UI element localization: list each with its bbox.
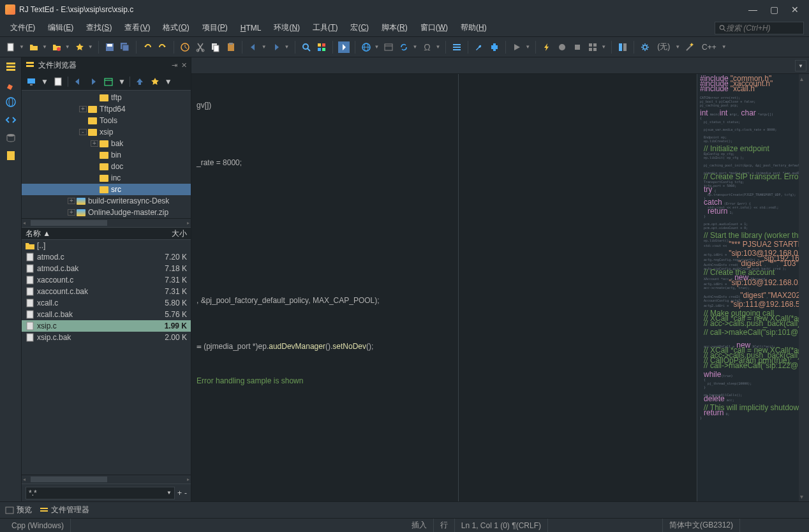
tree-row[interactable]: tftp (22, 92, 191, 103)
menu-help[interactable]: 帮助(H) (456, 20, 492, 36)
menu-html[interactable]: HTML (235, 21, 267, 35)
file-header-name[interactable]: 名称 ▲ (26, 228, 172, 239)
filelist-hscroll[interactable]: ◂▸ (22, 475, 191, 484)
sync-icon[interactable] (398, 41, 410, 53)
pt-calendar-icon[interactable] (103, 76, 114, 87)
expander-icon[interactable]: + (91, 140, 98, 147)
sidebar-db-icon[interactable] (4, 131, 17, 144)
globe-icon[interactable] (360, 41, 372, 53)
paste-button[interactable] (225, 41, 237, 53)
sidebar-globe-icon[interactable] (4, 96, 17, 108)
menu-view[interactable]: 查看(V) (119, 20, 155, 36)
file-row[interactable]: xcall.c.bak5.76 K (22, 309, 191, 320)
tree-row[interactable]: inc (22, 172, 191, 184)
plugin-icon[interactable] (489, 41, 500, 53)
window-icon[interactable] (383, 41, 394, 53)
open-file-button[interactable] (28, 41, 40, 53)
file-row[interactable]: xaccount.c.bak7.31 K (22, 286, 191, 297)
tab-file-manager[interactable]: 文件管理器 (40, 505, 89, 515)
file-row[interactable]: atmod.c.bak7.18 K (22, 263, 191, 274)
save-button[interactable] (104, 41, 115, 53)
status-position[interactable]: Ln 1, Col 1 (0) ¶(CRLF) (455, 519, 548, 532)
expander-icon[interactable]: + (68, 198, 75, 204)
status-encoding[interactable]: 简体中文(GB2312) (663, 519, 740, 532)
menu-env[interactable]: 环境(N) (269, 20, 305, 36)
new-file-button[interactable] (5, 41, 17, 53)
open-recent-button[interactable] (51, 41, 63, 53)
pt-back-icon[interactable] (72, 76, 84, 87)
expander-icon[interactable]: + (68, 209, 75, 216)
omega-icon[interactable]: Ω (421, 41, 433, 53)
menu-edit[interactable]: 编辑(E) (43, 20, 78, 36)
tree-row[interactable]: doc (22, 161, 191, 172)
menu-project[interactable]: 项目(P) (197, 20, 233, 36)
sidebar-explorer-icon[interactable] (4, 60, 17, 73)
tree-row[interactable]: +OnlineJudge-master.zip (22, 207, 191, 218)
tree-row[interactable]: src (22, 184, 191, 195)
tree-row[interactable]: bin (22, 149, 191, 161)
file-row[interactable]: xaccount.c7.31 K (22, 274, 191, 286)
expander-icon[interactable]: - (79, 129, 87, 135)
file-row[interactable]: xsip.c1.99 K (22, 320, 191, 332)
file-row[interactable]: [..] (22, 240, 191, 251)
menu-search-box[interactable] (715, 22, 804, 34)
menu-window[interactable]: 窗口(W) (415, 20, 453, 36)
menu-tools[interactable]: 工具(T) (308, 20, 343, 36)
filter-combo[interactable]: *.* ▼ (26, 487, 175, 499)
menu-find[interactable]: 查找(S) (81, 20, 117, 36)
tab-dropdown-button[interactable]: ▼ (795, 60, 806, 71)
tree-row[interactable]: Tools (22, 115, 191, 126)
status-insert[interactable]: 插入 (405, 519, 434, 532)
menu-macro[interactable]: 宏(C) (345, 20, 374, 36)
file-row[interactable]: xsip.c.bak2.00 K (22, 332, 191, 343)
maximize-button[interactable]: ▢ (770, 4, 778, 15)
tree-row[interactable]: +build-cwriterasync-Desk (22, 195, 191, 207)
list-icon[interactable] (451, 41, 463, 53)
menu-file[interactable]: 文件(F) (5, 20, 40, 36)
nav-back-button[interactable] (248, 41, 259, 53)
record-icon[interactable] (556, 41, 568, 53)
save-all-button[interactable] (119, 41, 131, 53)
close-button[interactable]: ✕ (791, 4, 799, 15)
clock-icon[interactable] (179, 41, 191, 53)
file-list[interactable]: [..]atmod.c7.20 Katmod.c.bak7.18 Kxaccou… (22, 240, 191, 475)
filter-remove-button[interactable]: - (184, 489, 187, 498)
tree-row[interactable]: +bak (22, 138, 191, 149)
pt-up-icon[interactable] (134, 76, 145, 87)
menu-script[interactable]: 脚本(R) (376, 20, 413, 36)
pt-fwd-icon[interactable] (87, 76, 99, 87)
file-list-header[interactable]: 名称 ▲ 大小 (22, 227, 191, 240)
menu-search-input[interactable] (726, 24, 799, 33)
expander-icon[interactable]: + (79, 106, 87, 112)
copy-button[interactable] (210, 41, 221, 53)
tree-row[interactable]: -xsip (22, 126, 191, 138)
stop-icon[interactable] (572, 41, 583, 53)
search-button[interactable] (301, 41, 312, 53)
folder-tree[interactable]: tftp+Tftpd64Tools-xsip+bakbindocincsrc+b… (22, 91, 191, 218)
status-line-label[interactable]: 行 (434, 519, 455, 532)
tree-row[interactable]: +Tftpd64 (22, 103, 191, 115)
sidebar-code-icon[interactable] (4, 114, 17, 126)
grid-icon[interactable] (587, 41, 598, 53)
nav-fwd-button[interactable] (271, 41, 282, 53)
tree-hscroll[interactable]: ◂▸ (22, 218, 191, 227)
lang-cpp-label[interactable]: C++ (699, 43, 719, 52)
panel-pin-button[interactable]: ⇥ (172, 61, 177, 70)
toggle-active-icon[interactable] (338, 41, 350, 53)
menu-format[interactable]: 格式(O) (158, 20, 194, 36)
pt-file-icon[interactable] (52, 76, 64, 87)
cut-button[interactable] (195, 41, 206, 53)
filter-add-button[interactable]: + (177, 489, 182, 498)
sidebar-brush-icon[interactable] (4, 78, 17, 91)
gear-icon[interactable] (639, 41, 651, 53)
pt-star-icon[interactable] (149, 76, 161, 87)
file-row[interactable]: xcall.c5.80 K (22, 297, 191, 309)
favorite-button[interactable] (74, 41, 85, 53)
undo-button[interactable] (142, 41, 153, 53)
minimize-button[interactable]: — (748, 4, 757, 15)
wrench-icon[interactable] (473, 41, 485, 53)
panel-close-button[interactable]: ✕ (181, 61, 187, 70)
lightning-icon[interactable] (541, 41, 553, 53)
highlight-button[interactable] (316, 41, 327, 53)
split-icon[interactable] (617, 41, 628, 53)
